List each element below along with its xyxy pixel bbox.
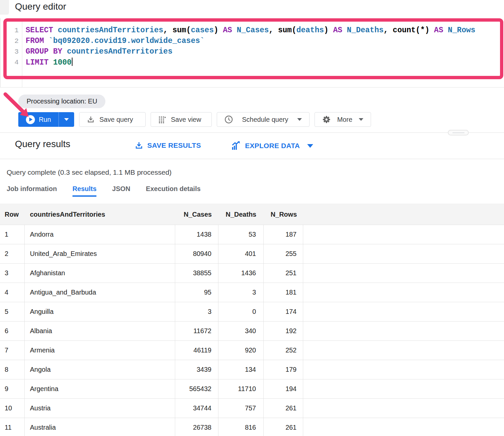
row-number-cell: 3	[0, 264, 25, 283]
table-cell: 194	[264, 379, 303, 399]
table-cell-filler	[303, 244, 504, 264]
table-cell: Argentina	[25, 379, 175, 399]
play-icon	[26, 115, 35, 124]
table-cell-filler	[303, 418, 504, 436]
table-cell: 920	[218, 341, 264, 360]
table-cell: 134	[218, 360, 264, 379]
table-cell-filler	[303, 225, 504, 244]
save-query-label: Save query	[99, 116, 133, 123]
table-cell: 1438	[175, 225, 218, 244]
row-number-cell: 6	[0, 322, 25, 341]
chevron-down-icon	[359, 118, 363, 121]
schedule-query-label: Schedule query	[242, 116, 288, 123]
line-number: 3	[1, 48, 22, 56]
column-header: N_Rows	[264, 204, 303, 225]
table-cell: 401	[218, 244, 264, 264]
table-cell: 816	[218, 418, 264, 436]
results-tabs: Job informationResultsJSONExecution deta…	[7, 185, 200, 197]
table-cell: 251	[264, 264, 303, 283]
chevron-down-icon	[307, 144, 313, 148]
table-cell: 11710	[218, 379, 264, 399]
explore-chart-icon	[231, 141, 241, 150]
grid-icon	[158, 115, 166, 123]
tab-json[interactable]: JSON	[112, 185, 130, 197]
table-cell: Albania	[25, 322, 175, 341]
drag-handle-icon	[452, 132, 464, 133]
code-line: 3GROUP BY countriesAndTerritories	[1, 46, 504, 57]
query-status: Query complete (0.3 sec elapsed, 1.1 MB …	[7, 168, 172, 176]
table-cell: 252	[264, 341, 303, 360]
table-cell: 80940	[175, 244, 218, 264]
explore-data-label: EXPLORE DATA	[245, 142, 300, 150]
table-cell: Andorra	[25, 225, 175, 244]
table-cell: 53	[218, 225, 264, 244]
code-lines: 1SELECT countriesAndTerritories, sum(cas…	[1, 25, 504, 68]
download-icon	[87, 115, 95, 123]
table-cell-filler	[303, 360, 504, 379]
sql-editor[interactable]: 1SELECT countriesAndTerritories, sum(cas…	[0, 18, 504, 88]
clock-icon	[224, 115, 233, 124]
row-number-cell: 10	[0, 399, 25, 418]
code-text: GROUP BY countriesAndTerritories	[22, 47, 173, 56]
code-line: 4LIMIT 1000	[1, 57, 504, 68]
table-cell-filler	[303, 399, 504, 418]
code-line: 1SELECT countriesAndTerritories, sum(cas…	[1, 25, 504, 36]
table-cell-filler	[303, 283, 504, 302]
code-text: SELECT countriesAndTerritories, sum(case…	[22, 26, 475, 35]
row-number-cell: 7	[0, 341, 25, 360]
table-cell: Anguilla	[25, 302, 175, 322]
table-cell: United_Arab_Emirates	[25, 244, 175, 264]
code-line: 2FROM `bq092020.covid19.worldwide_cases`	[1, 36, 504, 46]
results-table: RowcountriesAndTerritoriesN_CasesN_Death…	[0, 204, 504, 436]
column-header-filler	[303, 204, 504, 225]
table-cell: Armenia	[25, 341, 175, 360]
table-cell: 0	[218, 302, 264, 322]
run-button-main[interactable]: Run	[18, 112, 59, 127]
table-cell-filler	[303, 264, 504, 283]
results-header: Query results SAVE RESULTS EXPLORE DATA	[0, 133, 504, 159]
tab-results[interactable]: Results	[72, 185, 96, 197]
tab-job-information[interactable]: Job information	[7, 185, 57, 197]
row-number-cell: 8	[0, 360, 25, 379]
table-cell: 174	[264, 302, 303, 322]
run-dropdown-toggle[interactable]	[59, 112, 74, 127]
chevron-down-icon	[64, 118, 69, 121]
table-cell: 3439	[175, 360, 218, 379]
query-results-title: Query results	[15, 139, 70, 149]
code-text: LIMIT 1000	[22, 58, 72, 67]
save-results-icon	[135, 141, 143, 150]
chevron-down-icon	[297, 118, 302, 121]
row-number-cell: 1	[0, 225, 25, 244]
gear-icon	[322, 115, 331, 124]
table-cell-filler	[303, 302, 504, 322]
table-cell: 1436	[218, 264, 264, 283]
row-number-cell: 4	[0, 283, 25, 302]
table-cell: 11672	[175, 322, 218, 341]
processing-location-tooltip: Processing location: EU	[18, 95, 105, 108]
row-number-cell: 11	[0, 418, 25, 436]
save-results-label: SAVE RESULTS	[147, 141, 201, 149]
row-number-cell: 9	[0, 379, 25, 399]
table-cell: 255	[264, 244, 303, 264]
line-number: 1	[1, 27, 22, 34]
run-button[interactable]: Run	[18, 112, 74, 127]
more-button[interactable]: More	[315, 112, 371, 127]
row-number-cell: 5	[0, 302, 25, 322]
more-label: More	[337, 116, 352, 123]
table-cell: 181	[264, 283, 303, 302]
save-view-button[interactable]: Save view	[151, 112, 212, 127]
panel-resize-handle[interactable]	[448, 130, 469, 135]
column-header: N_Cases	[175, 204, 218, 225]
line-number: 4	[1, 59, 22, 66]
table-cell: 192	[264, 322, 303, 341]
query-editor-title: Query editor	[15, 1, 66, 12]
schedule-query-button[interactable]: Schedule query	[217, 112, 310, 127]
row-number-cell: 2	[0, 244, 25, 264]
table-cell: Afghanistan	[25, 264, 175, 283]
save-query-button[interactable]: Save query	[79, 112, 146, 127]
explore-data-button[interactable]: EXPLORE DATA	[231, 141, 313, 150]
save-results-button[interactable]: SAVE RESULTS	[135, 141, 201, 150]
tab-execution-details[interactable]: Execution details	[146, 185, 201, 197]
table-cell: Angola	[25, 360, 175, 379]
table-cell: 757	[218, 399, 264, 418]
